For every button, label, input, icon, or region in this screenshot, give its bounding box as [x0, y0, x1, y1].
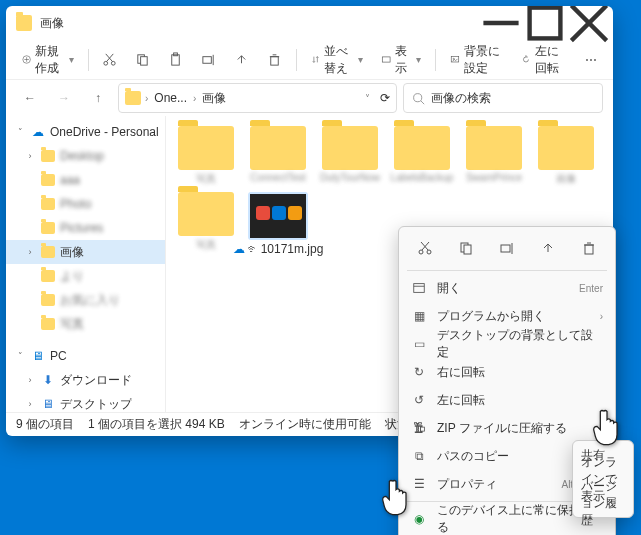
sidebar-item[interactable]: ›Desktop — [6, 144, 165, 168]
titlebar: 画像 — [6, 6, 613, 40]
svg-point-8 — [112, 61, 116, 65]
sidebar: ˅☁OneDrive - Personal ›Desktop aaa Photo… — [6, 116, 166, 412]
separator — [296, 49, 297, 71]
view-button[interactable]: 表示▾ — [373, 44, 429, 76]
submenu-version-history[interactable]: バージョン履歴 — [573, 491, 633, 515]
share-button[interactable] — [226, 44, 257, 76]
svg-rect-32 — [464, 245, 471, 254]
ctx-rotate-right[interactable]: ↻右に回転 — [399, 358, 615, 386]
sidebar-item-current[interactable]: ›画像 — [6, 240, 165, 264]
folder-icon — [538, 126, 594, 170]
breadcrumb-seg[interactable]: One... — [152, 89, 189, 107]
more-button[interactable]: ⋯ — [577, 44, 605, 76]
properties-icon: ☰ — [411, 476, 427, 492]
open-icon — [411, 280, 427, 296]
file-item[interactable]: ConnectTest — [246, 126, 310, 186]
chevron-down-icon: ▾ — [69, 54, 74, 65]
image-thumbnail — [250, 194, 306, 238]
close-button[interactable] — [567, 7, 611, 39]
sidebar-item[interactable]: Photo — [6, 192, 165, 216]
addressbar[interactable]: › One... › 画像 ˅ ⟳ — [118, 83, 397, 113]
ctx-setbg[interactable]: ▭デスクトップの背景として設定 — [399, 330, 615, 358]
view-label: 表示 — [395, 43, 412, 77]
folder-icon — [40, 316, 56, 332]
address-row: ← → ↑ › One... › 画像 ˅ ⟳ 画像の検索 — [6, 80, 613, 116]
sidebar-item[interactable]: 写真 — [6, 312, 165, 336]
new-button[interactable]: 新規作成 ▾ — [14, 44, 82, 76]
copypath-icon: ⧉ — [411, 448, 427, 464]
ctx-openwith[interactable]: ▦プログラムから開く› — [399, 302, 615, 330]
file-item[interactable]: 写真 — [174, 126, 238, 186]
folder-icon — [322, 126, 378, 170]
delete-button[interactable] — [259, 44, 290, 76]
svg-rect-15 — [203, 57, 211, 64]
file-item[interactable]: SwamPrince — [462, 126, 526, 186]
svg-rect-38 — [414, 284, 425, 293]
sidebar-item[interactable]: ›⬇ダウンロード — [6, 368, 165, 392]
zip-icon: 🗜 — [411, 420, 427, 436]
cut-button[interactable] — [411, 235, 439, 261]
breadcrumb-seg[interactable]: 画像 — [200, 88, 228, 109]
file-item[interactable]: DutyTourNow — [318, 126, 382, 186]
search-input[interactable]: 画像の検索 — [403, 83, 603, 113]
separator — [407, 270, 607, 271]
svg-point-27 — [419, 250, 423, 254]
file-item-selected[interactable]: ☁ᯤ10171m.jpg — [246, 192, 310, 256]
rotate-left-button[interactable]: 左に回転 — [513, 44, 575, 76]
rename-button[interactable] — [493, 235, 521, 261]
sidebar-item[interactable]: aaa — [6, 168, 165, 192]
chevron-down-icon[interactable]: ˅ — [365, 93, 370, 104]
file-item[interactable]: LabelsBackup — [390, 126, 454, 186]
keep-icon: ◉ — [411, 511, 427, 527]
svg-rect-33 — [501, 245, 510, 252]
folder-icon — [16, 15, 32, 31]
folder-icon — [250, 126, 306, 170]
minimize-button[interactable] — [479, 7, 523, 39]
share-button[interactable] — [534, 235, 562, 261]
folder-icon — [40, 172, 56, 188]
setbg-button[interactable]: 背景に設定 — [442, 44, 512, 76]
setbg-label: 背景に設定 — [464, 43, 504, 77]
ctx-zip[interactable]: 🗜ZIP ファイルに圧縮する — [399, 414, 615, 442]
sidebar-item[interactable]: より — [6, 264, 165, 288]
svg-line-10 — [106, 54, 113, 62]
openwith-icon: ▦ — [411, 308, 427, 324]
forward-button[interactable]: → — [50, 84, 78, 112]
sidebar-pc[interactable]: ˅🖥PC — [6, 344, 165, 368]
svg-line-29 — [422, 242, 429, 250]
folder-icon — [40, 268, 56, 284]
chevron-down-icon: ▾ — [416, 54, 421, 65]
sidebar-item[interactable]: お気に入り — [6, 288, 165, 312]
cloud-icon: ☁ — [30, 124, 46, 140]
svg-point-7 — [104, 61, 108, 65]
sidebar-item[interactable]: ›🖥デスクトップ — [6, 392, 165, 412]
file-status: ☁ᯤ10171m.jpg — [233, 242, 324, 256]
file-item[interactable]: 画像 — [534, 126, 598, 186]
separator — [435, 49, 436, 71]
svg-rect-35 — [585, 245, 593, 254]
pointer-cursor-icon — [379, 478, 413, 518]
status-count: 9 個の項目 — [16, 416, 74, 433]
sort-label: 並べ替え — [324, 43, 354, 77]
folder-icon — [40, 292, 56, 308]
chevron-down-icon: ▾ — [358, 54, 363, 65]
sort-button[interactable]: 並べ替え▾ — [303, 44, 371, 76]
folder-icon — [178, 126, 234, 170]
maximize-button[interactable] — [523, 7, 567, 39]
delete-button[interactable] — [575, 235, 603, 261]
paste-button[interactable] — [160, 44, 191, 76]
ctx-open[interactable]: 開くEnter — [399, 274, 615, 302]
sidebar-item[interactable]: Pictures — [6, 216, 165, 240]
rotleft-label: 左に回転 — [535, 43, 567, 77]
file-item[interactable]: 写真 — [174, 192, 238, 256]
up-button[interactable]: ↑ — [84, 84, 112, 112]
back-button[interactable]: ← — [16, 84, 44, 112]
rename-button[interactable] — [193, 44, 224, 76]
refresh-icon[interactable]: ⟳ — [380, 91, 390, 105]
copy-button[interactable] — [452, 235, 480, 261]
sidebar-onedrive[interactable]: ˅☁OneDrive - Personal — [6, 120, 165, 144]
ctx-rotate-left[interactable]: ↺左に回転 — [399, 386, 615, 414]
copy-button[interactable] — [127, 44, 158, 76]
folder-icon — [178, 192, 234, 236]
cut-button[interactable] — [94, 44, 125, 76]
